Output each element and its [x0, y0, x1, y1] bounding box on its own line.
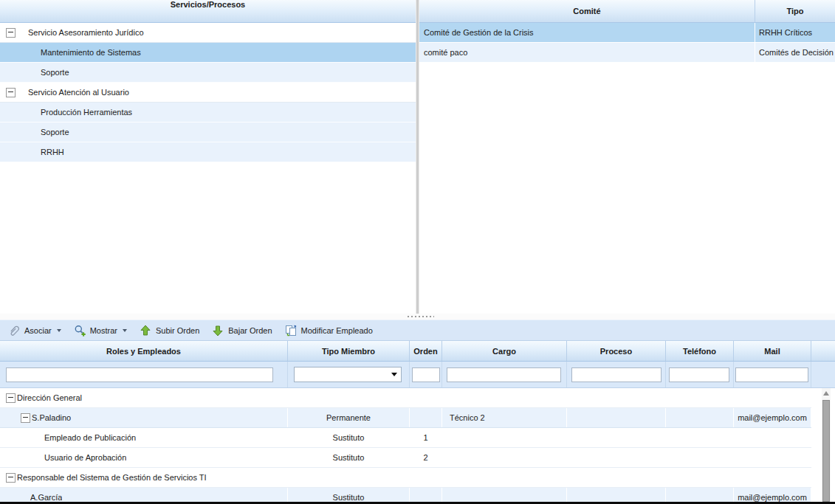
tree-item-label: Soporte [41, 68, 69, 77]
table-row[interactable]: A.GarcíaSustitutomail@ejemplo.com [0, 488, 811, 502]
proceso-cell [567, 428, 666, 447]
cargo-cell [442, 488, 567, 502]
roles-label: Responsable del Sistema de Gestión de Se… [17, 473, 207, 482]
roles-toolbar: Asociar Mostrar Subir Orden Bajar Orden [0, 320, 835, 341]
column-header-tipo-miembro[interactable]: Tipo Miembro [288, 341, 410, 361]
tree-item[interactable]: Servicio Atención al Usuario [0, 83, 416, 103]
telefono-cell [666, 468, 734, 487]
collapse-icon[interactable] [6, 473, 16, 483]
tree-item[interactable]: Mantenimiento de Sistemas [0, 43, 416, 63]
tree-item-label: Producción Herramientas [41, 108, 132, 117]
column-header-telefono[interactable]: Teléfono [666, 341, 734, 361]
column-header-roles[interactable]: Roles y Empleados [0, 341, 288, 361]
mail-cell [734, 388, 811, 407]
tipo-miembro-cell [288, 468, 410, 487]
mostrar-button[interactable]: Mostrar [69, 323, 131, 338]
roles-cell: Usuario de Aprobación [0, 448, 288, 467]
cargo-cell [442, 428, 567, 447]
committee-header-label: Comité [573, 7, 600, 15]
roles-filter-input[interactable] [6, 367, 273, 382]
tree-item[interactable]: Soporte [0, 122, 416, 142]
proceso-cell [567, 408, 666, 427]
asociar-button[interactable]: Asociar [4, 323, 66, 338]
telefono-cell [666, 428, 734, 447]
committee-column-header[interactable]: Comité [419, 0, 755, 22]
roles-grid-header: Roles y Empleados Tipo Miembro Orden Car… [0, 341, 835, 362]
orden-filter-input[interactable] [412, 367, 440, 382]
cargo-cell [442, 448, 567, 467]
tipo-miembro-filter-select[interactable] [294, 367, 402, 382]
tree-item-label: RRHH [41, 148, 64, 156]
committee-cell: Comité de Gestión de la Crisis [419, 23, 755, 42]
tree-item[interactable]: Soporte [0, 63, 416, 83]
column-header-proceso[interactable]: Proceso [567, 341, 666, 361]
telefono-cell [666, 408, 734, 427]
table-row[interactable]: S.PaladinoPermanenteTécnico 2mail@ejempl… [0, 408, 811, 428]
cargo-cell [442, 468, 567, 487]
orden-cell: 1 [410, 428, 442, 447]
collapse-icon[interactable] [6, 88, 16, 97]
proceso-cell [567, 388, 666, 407]
cargo-cell [442, 388, 567, 407]
roles-grid: Roles y Empleados Tipo Miembro Orden Car… [0, 341, 835, 502]
orden-cell: 2 [410, 448, 442, 467]
column-header-cargo[interactable]: Cargo [442, 341, 567, 361]
cargo-cell: Técnico 2 [442, 408, 567, 427]
mostrar-label: Mostrar [90, 326, 117, 335]
proceso-cell [567, 488, 666, 502]
horizontal-splitter[interactable] [0, 314, 835, 320]
modificar-empleado-label: Modificar Empleado [301, 326, 373, 335]
telefono-cell [666, 488, 734, 502]
tipo-cell: RRHH Críticos [755, 23, 835, 42]
tree-item[interactable]: Producción Herramientas [0, 103, 416, 122]
mail-cell [734, 468, 811, 487]
orden-cell [410, 408, 442, 427]
app-window: Servicios/Procesos Servicio Asesoramient… [0, 0, 835, 504]
chevron-down-icon [123, 329, 127, 332]
mail-cell [734, 428, 811, 447]
roles-cell: Empleado de Publicación [0, 428, 288, 447]
tipo-cell: Comités de Decisión [755, 43, 835, 62]
modificar-empleado-button[interactable]: Modificar Empleado [281, 323, 377, 338]
tree-item-label: Servicio Atención al Usuario [28, 88, 129, 97]
services-tree: Servicio Asesoramiento JurídicoMantenimi… [0, 23, 416, 162]
bajar-orden-label: Bajar Orden [228, 326, 272, 335]
splitter-grip-icon[interactable] [408, 316, 434, 317]
bajar-orden-button[interactable]: Bajar Orden [207, 323, 276, 338]
proceso-cell [567, 468, 666, 487]
table-row[interactable]: Dirección General [0, 388, 811, 408]
telefono-cell [666, 448, 734, 467]
vertical-scrollbar[interactable] [822, 388, 831, 502]
services-panel: Servicios/Procesos Servicio Asesoramient… [0, 0, 416, 314]
tree-item[interactable]: RRHH [0, 142, 416, 162]
tree-item[interactable]: Servicio Asesoramiento Jurídico [0, 23, 416, 43]
collapse-icon[interactable] [6, 393, 16, 403]
telefono-filter-input[interactable] [669, 367, 729, 382]
orden-cell [410, 468, 442, 487]
collapse-icon[interactable] [6, 28, 16, 38]
proceso-cell [567, 448, 666, 467]
roles-filter-row [0, 362, 835, 388]
committees-panel: Comité Tipo Comité de Gestión de la Cris… [419, 0, 835, 314]
services-column-header[interactable]: Servicios/Procesos [0, 0, 416, 23]
table-row[interactable]: Responsable del Sistema de Gestión de Se… [0, 468, 811, 488]
roles-label: Empleado de Publicación [44, 433, 136, 442]
table-row[interactable]: comité pacoComités de Decisión [419, 43, 835, 63]
copy-page-icon [285, 325, 297, 336]
mail-filter-input[interactable] [735, 367, 808, 382]
tipo-miembro-cell: Sustituto [288, 488, 410, 502]
proceso-filter-input[interactable] [571, 367, 662, 382]
table-row[interactable]: Usuario de AprobaciónSustituto2 [0, 448, 811, 468]
table-row[interactable]: Empleado de PublicaciónSustituto1 [0, 428, 811, 448]
scroll-up-icon[interactable] [823, 391, 829, 396]
cargo-filter-input[interactable] [447, 367, 561, 382]
scrollbar-thumb[interactable] [822, 400, 830, 502]
column-header-mail[interactable]: Mail [734, 341, 811, 361]
collapse-icon[interactable] [21, 413, 30, 423]
column-header-orden[interactable]: Orden [410, 341, 442, 361]
subir-orden-button[interactable]: Subir Orden [135, 323, 204, 338]
roles-cell: S.Paladino [0, 408, 288, 427]
tipo-miembro-cell: Sustituto [288, 428, 410, 447]
tipo-column-header[interactable]: Tipo [755, 0, 835, 22]
table-row[interactable]: Comité de Gestión de la CrisisRRHH Críti… [419, 23, 835, 43]
